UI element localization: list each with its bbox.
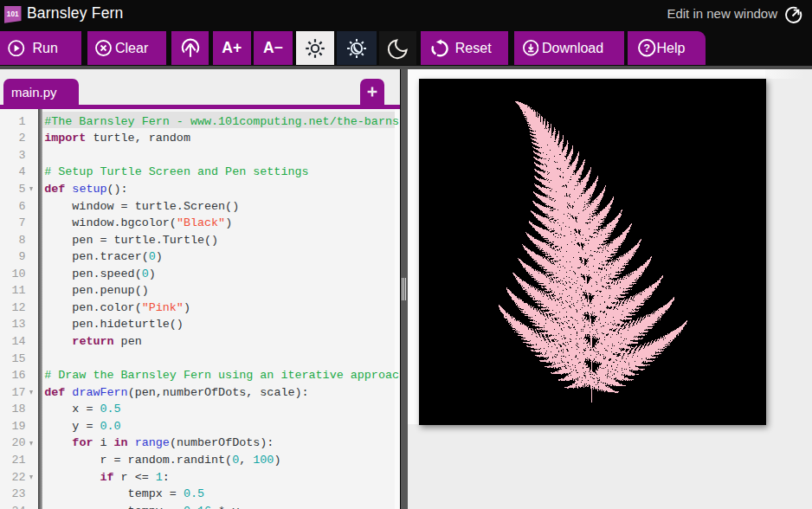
svg-text:101: 101 xyxy=(7,10,19,18)
svg-text:?: ? xyxy=(643,42,650,55)
